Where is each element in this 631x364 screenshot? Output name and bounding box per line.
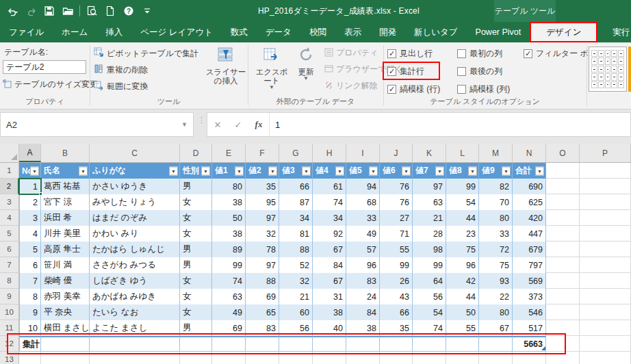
table-cell[interactable]: 66	[279, 179, 313, 194]
empty-cell[interactable]	[446, 352, 479, 364]
empty-cell[interactable]	[580, 320, 631, 336]
table-cell[interactable]: 84	[313, 257, 346, 273]
empty-cell[interactable]	[546, 163, 580, 179]
table-header-ふりがな[interactable]: ふりがな▼	[90, 163, 180, 179]
checkbox-縞模様 (行)[interactable]: ✓縞模様 (行)	[387, 83, 440, 95]
empty-cell[interactable]	[346, 352, 380, 364]
tools-button-2[interactable]: 重複の削除	[94, 64, 148, 76]
table-cell[interactable]: 80	[212, 179, 246, 194]
table-cell[interactable]: 宮下 涼	[41, 194, 90, 210]
insert-slicer-button[interactable]: スライサーの挿入	[205, 46, 246, 86]
row-header-10[interactable]: 10	[0, 304, 19, 320]
table-cell[interactable]: 97	[246, 257, 279, 273]
total-row-cell[interactable]	[212, 336, 246, 352]
empty-cell[interactable]	[546, 194, 580, 210]
table-cell[interactable]: 83	[346, 273, 380, 289]
table-header-値4[interactable]: 値4▼	[313, 163, 346, 179]
empty-cell[interactable]	[279, 352, 313, 364]
table-cell[interactable]: 54	[446, 194, 479, 210]
filter-button-値2[interactable]: ▼	[268, 166, 277, 175]
table-cell[interactable]: 女	[180, 273, 212, 289]
filter-button-性別[interactable]: ▼	[201, 166, 210, 175]
tab-ホーム[interactable]: ホーム	[53, 22, 96, 42]
undo-icon[interactable]	[5, 4, 19, 18]
filter-button-値4[interactable]: ▼	[335, 166, 344, 175]
table-cell[interactable]: 99	[380, 257, 413, 273]
table-cell[interactable]: 33	[346, 210, 380, 226]
col-header-E[interactable]: E	[212, 144, 246, 162]
total-row-cell[interactable]	[279, 336, 313, 352]
table-header-値1[interactable]: 値1▼	[212, 163, 246, 179]
table-cell[interactable]: 66	[380, 304, 413, 320]
total-row-cell[interactable]	[413, 336, 446, 352]
table-cell[interactable]: 546	[513, 304, 546, 320]
table-cell[interactable]: 9	[19, 304, 41, 320]
table-cell[interactable]: みやした りょう	[90, 194, 180, 210]
empty-cell[interactable]	[580, 163, 631, 179]
table-cell[interactable]: 74	[413, 320, 446, 336]
checkbox-box[interactable]: ✓	[524, 49, 532, 58]
open-icon[interactable]	[61, 4, 75, 18]
table-cell[interactable]: 6	[19, 257, 41, 273]
table-cell[interactable]: 5	[19, 242, 41, 257]
table-cell[interactable]: 男	[180, 257, 212, 273]
tools-button-1[interactable]: ピボットテーブルで集計	[94, 47, 198, 60]
checkbox-box[interactable]	[457, 85, 466, 94]
table-cell[interactable]: あかばね みゆき	[90, 289, 180, 304]
table-header-性別[interactable]: 性別▼	[180, 163, 212, 179]
table-cell[interactable]: 93	[479, 273, 513, 289]
table-cell[interactable]: 80	[479, 210, 513, 226]
table-cell[interactable]: 50	[446, 304, 479, 320]
checkbox-box[interactable]: ✓	[387, 67, 396, 76]
row-header-6[interactable]: 6	[0, 242, 19, 257]
table-cell[interactable]: 女	[180, 304, 212, 320]
empty-cell[interactable]	[546, 179, 580, 194]
table-cell[interactable]: 797	[513, 257, 546, 273]
row-header-9[interactable]: 9	[0, 289, 19, 304]
table-cell[interactable]: 38	[212, 226, 246, 242]
table-cell[interactable]: 43	[380, 289, 413, 304]
table-cell[interactable]: 赤羽 美幸	[41, 289, 90, 304]
empty-cell[interactable]	[546, 304, 580, 320]
table-cell[interactable]: 22	[479, 289, 513, 304]
table-cell[interactable]: 24	[346, 289, 380, 304]
total-row-cell[interactable]	[380, 336, 413, 352]
total-row-cell[interactable]	[180, 336, 212, 352]
tab-数式[interactable]: 数式	[222, 22, 257, 42]
table-cell[interactable]: 65	[246, 304, 279, 320]
table-cell[interactable]: 女	[180, 210, 212, 226]
table-cell[interactable]: 42	[446, 273, 479, 289]
table-header-値9[interactable]: 値9▼	[479, 163, 513, 179]
table-cell[interactable]: 男	[180, 320, 212, 336]
table-cell[interactable]: 75	[446, 242, 479, 257]
empty-cell[interactable]	[546, 289, 580, 304]
empty-cell[interactable]	[580, 179, 631, 194]
col-header-F[interactable]: F	[246, 144, 279, 162]
row-header-12[interactable]: 12	[0, 336, 19, 352]
table-cell[interactable]: 373	[513, 289, 546, 304]
table-cell[interactable]: 高原 隼士	[41, 242, 90, 257]
formula-input[interactable]: 1	[269, 113, 630, 136]
table-header-値6[interactable]: 値6▼	[380, 163, 413, 179]
total-row-cell[interactable]	[446, 336, 479, 352]
empty-cell[interactable]	[580, 336, 631, 352]
table-cell[interactable]: 84	[346, 304, 380, 320]
table-header-値7[interactable]: 値7▼	[413, 163, 446, 179]
empty-cell[interactable]	[41, 352, 90, 364]
resize-table-button[interactable]: テーブルのサイズ変更	[3, 79, 98, 90]
table-cell[interactable]: 38	[212, 194, 246, 210]
table-header-値3[interactable]: 値3▼	[279, 163, 313, 179]
table-cell[interactable]: 38	[346, 320, 380, 336]
filter-button-氏名[interactable]: ▼	[79, 166, 88, 175]
table-cell[interactable]: 74	[212, 273, 246, 289]
table-cell[interactable]: 69	[212, 320, 246, 336]
cancel-button[interactable]: ✕	[207, 120, 228, 130]
table-cell[interactable]: 89	[212, 242, 246, 257]
total-row-cell[interactable]	[479, 336, 513, 352]
insert-function-button[interactable]: fx	[248, 119, 269, 130]
table-cell[interactable]: 56	[279, 320, 313, 336]
table-cell[interactable]: 63	[413, 194, 446, 210]
table-cell[interactable]: 92	[313, 226, 346, 242]
table-cell[interactable]: 33	[479, 226, 513, 242]
table-cell[interactable]: 柴崎 優	[41, 273, 90, 289]
